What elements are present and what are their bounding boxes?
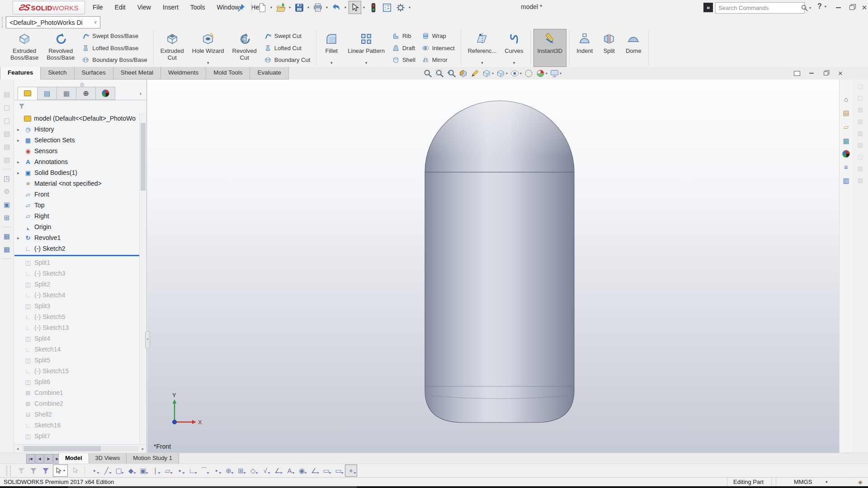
tree-item[interactable]: ▸AAnnotations [14, 156, 140, 167]
tree-item[interactable]: ∟(-) Sketch4 [14, 290, 140, 300]
expand-icon[interactable]: ▸ [17, 235, 24, 240]
panel-splitter-handle[interactable] [145, 331, 150, 349]
tree-item[interactable]: ▸▣Solid Bodies(1) [14, 167, 140, 178]
zoom-to-fit-button[interactable] [423, 68, 433, 79]
filter-vertices-button[interactable]: • [89, 465, 100, 476]
menu-edit[interactable]: Edit [109, 0, 132, 15]
mirror-button[interactable]: Mirror [420, 55, 457, 65]
filter-center-marks-button[interactable]: ⊕ [223, 465, 234, 476]
lofted-boss-base-button[interactable]: Lofted Boss/Base [80, 43, 149, 53]
display-style-button[interactable]: ▾ [495, 68, 508, 79]
window-arrow-icon[interactable]: ⊞ [2, 213, 12, 223]
appearances-scenes-icon[interactable] [842, 150, 850, 158]
new-document-button[interactable] [256, 1, 269, 14]
tab-sheet-metal[interactable]: Sheet Metal [113, 67, 161, 80]
tab-mold-tools[interactable]: Mold Tools [206, 67, 250, 80]
magnified-selection-button[interactable] [70, 465, 81, 476]
search-dropdown-icon[interactable]: ▾ [809, 6, 811, 10]
page-icon[interactable]: ▢ [856, 152, 865, 161]
featuremanager-tab[interactable] [18, 87, 38, 100]
reference-geometry-button[interactable]: Referenc...▾ [464, 29, 501, 67]
wrench-icon[interactable]: ⚙ [2, 187, 12, 197]
help-button[interactable]: ?▾ [817, 2, 828, 10]
fillet-dropdown-icon[interactable]: ▾ [330, 61, 333, 66]
apply-scene-dropdown-icon[interactable]: ▾ [546, 71, 547, 75]
previous-view-button[interactable] [446, 68, 457, 79]
monitor-icon[interactable]: ▣ [2, 200, 12, 210]
menu-file[interactable]: File [87, 0, 109, 15]
cube-outline-icon[interactable]: ▧ [856, 140, 865, 149]
filter-sketches-button[interactable]: ∟ [186, 465, 198, 476]
save-dropdown-icon[interactable]: ▾ [307, 5, 309, 9]
toggle-selection-filters-button[interactable] [15, 465, 27, 476]
tree-item[interactable]: ◫Split1 [14, 257, 140, 268]
scroll-right-icon[interactable]: ▸ [139, 446, 146, 451]
tree-item[interactable]: ⌞Origin [14, 221, 140, 232]
expand-icon[interactable]: ▸ [17, 160, 24, 164]
extruded-boss-base-button[interactable]: ExtrudedBoss/Base [6, 29, 42, 67]
tree-item[interactable]: ▸↻Revolve1 [14, 232, 140, 243]
display-style-dropdown-icon[interactable]: ▾ [506, 71, 508, 75]
linear-pattern-dropdown-icon[interactable]: ▾ [365, 61, 368, 66]
lofted-cut-button[interactable]: Lofted Cut [262, 43, 313, 53]
minimize-document-button[interactable] [807, 69, 816, 78]
revolved-boss-base-button[interactable]: RevolvedBoss/Base [42, 29, 79, 67]
tree-item[interactable]: ∟(-) Sketch2 [14, 243, 140, 254]
filter-centerlines-button[interactable]: ⊞ [235, 465, 246, 476]
tree-item[interactable]: ◉Sensors [14, 145, 140, 156]
search-icon[interactable] [801, 4, 808, 12]
view-orientation-dropdown-icon[interactable]: ▾ [492, 71, 494, 75]
tree-item[interactable]: ∟Sketch14 [14, 344, 140, 355]
options-button[interactable] [394, 1, 407, 14]
expand-icon[interactable]: ▸ [17, 170, 24, 175]
filter-midpoints-button[interactable]: • [211, 465, 222, 476]
page-icon[interactable]: ▢ [2, 103, 12, 113]
reference-geometry-dropdown-icon[interactable]: ▾ [481, 61, 483, 66]
view-settings-dropdown-icon[interactable]: ▾ [560, 71, 561, 75]
model-bottle[interactable] [425, 101, 574, 422]
tab-surfaces[interactable]: Surfaces [74, 67, 113, 80]
rib-button[interactable]: Rib [390, 31, 418, 41]
select-all-filters-button[interactable] [40, 465, 51, 476]
zoom-to-area-button[interactable] [434, 68, 445, 79]
dynamic-annotation-views-button[interactable] [470, 68, 480, 79]
extruded-cut-button[interactable]: ExtrudedCut [156, 29, 188, 67]
page-icon[interactable]: ▢ [856, 81, 865, 90]
filter-datums-button[interactable]: ▭ [333, 465, 344, 476]
layers-icon[interactable]: ▦ [2, 244, 12, 254]
file-properties-button[interactable] [381, 1, 393, 14]
instant3d-button[interactable]: Instant3D [533, 29, 567, 67]
boundary-boss-base-button[interactable]: Boundary Boss/Base [80, 55, 149, 65]
tree-root-item[interactable]: model (Default<<Default>_PhotoWo [14, 113, 140, 124]
tree-item[interactable]: ◫Split7 [14, 431, 140, 441]
document-tab-motion-study-1[interactable]: Motion Study 1 [126, 453, 179, 464]
graphics-canvas[interactable]: Y X [147, 80, 839, 453]
filter-balloons-button[interactable]: ◉ [296, 465, 307, 476]
scrollbar-thumb[interactable] [141, 123, 146, 191]
tab-evaluate[interactable]: Evaluate [250, 67, 289, 80]
new-document-dropdown-icon[interactable]: ▾ [270, 5, 272, 9]
tree-item[interactable]: ▱Right [14, 211, 140, 221]
tree-item[interactable]: ∟(-) Sketch5 [14, 311, 140, 322]
edit-appearance-button[interactable] [524, 68, 534, 79]
draft-button[interactable]: Draft [390, 43, 418, 53]
tree-item[interactable]: ▸▦Selection Sets [14, 135, 140, 145]
design-library-icon[interactable]: ▤ [841, 108, 851, 118]
propertymanager-tab[interactable]: ▤ [37, 87, 57, 100]
units-selector[interactable]: MMGS [794, 479, 812, 485]
hole-wizard-button[interactable]: Hole Wizard▾ [188, 29, 228, 67]
curves-button[interactable]: Curves▾ [500, 29, 527, 67]
filter-dimensions-button[interactable]: ◇ [247, 465, 259, 476]
view-palette-icon[interactable]: ▦ [841, 136, 851, 146]
open-button[interactable] [274, 1, 287, 14]
filter-planes-button[interactable]: ▱ [162, 465, 173, 476]
print-dropdown-icon[interactable]: ▾ [326, 5, 328, 9]
filter-sketch-points-button[interactable]: ▪ [174, 465, 185, 476]
close-app-button[interactable]: ✕ [859, 3, 868, 12]
panel-grip[interactable] [80, 83, 84, 87]
cube-outline-icon[interactable]: ▧ [2, 129, 12, 139]
cube-outline-icon[interactable]: ▧ [856, 175, 865, 184]
cube-outline-icon[interactable]: ▧ [856, 117, 865, 126]
indent-button[interactable]: Indent [572, 29, 597, 67]
pin-menu-icon[interactable] [236, 3, 246, 13]
